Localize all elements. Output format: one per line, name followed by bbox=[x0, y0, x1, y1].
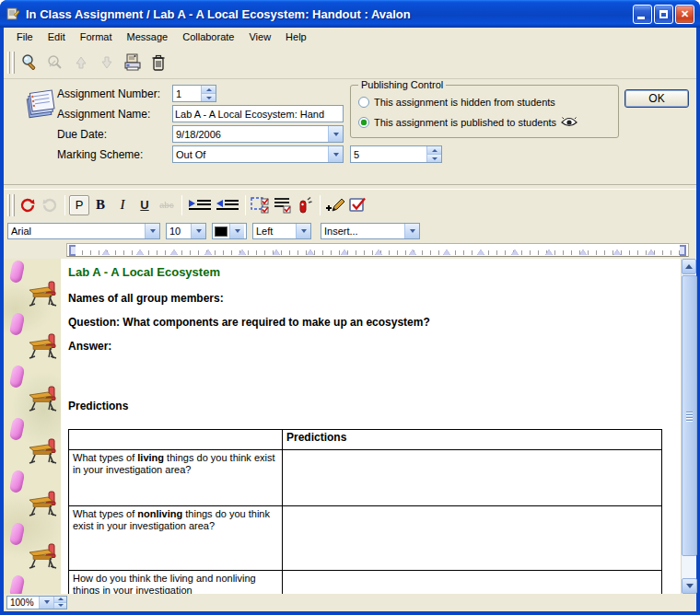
marking-out-of-spinner[interactable]: 5 bbox=[350, 145, 442, 163]
due-date-dropdown[interactable]: 9/18/2006 bbox=[172, 125, 344, 143]
ruler-tab-stop[interactable] bbox=[170, 249, 178, 255]
ruler-tab-stop[interactable] bbox=[307, 249, 314, 255]
question-cell[interactable]: What types of living things do you think… bbox=[69, 450, 283, 506]
menu-item-collaborate[interactable]: Collaborate bbox=[175, 29, 241, 44]
ruler-tab-stop[interactable] bbox=[102, 249, 110, 255]
scroll-down-button[interactable] bbox=[682, 578, 697, 594]
search-edit-button[interactable] bbox=[42, 50, 68, 75]
undo-button[interactable] bbox=[17, 194, 39, 216]
menu-item-edit[interactable]: Edit bbox=[41, 29, 73, 44]
font-size-dropdown[interactable]: 10 bbox=[166, 223, 206, 239]
insert-answer-box-button[interactable] bbox=[250, 194, 272, 216]
table-header-cell[interactable] bbox=[69, 430, 283, 450]
decrease-indent-button[interactable] bbox=[214, 194, 241, 216]
zoom-dropdown-arrow[interactable] bbox=[39, 597, 53, 609]
navigate-previous-button[interactable] bbox=[68, 50, 94, 75]
zoom-preview-button[interactable] bbox=[17, 50, 42, 75]
left-margin-marker[interactable] bbox=[69, 245, 76, 256]
vertical-scrollbar[interactable] bbox=[681, 259, 696, 594]
ruler-tab-stop[interactable] bbox=[511, 249, 519, 255]
ruler-tab-stop[interactable] bbox=[204, 249, 212, 255]
answer-cell[interactable] bbox=[283, 506, 662, 571]
minimize-button[interactable] bbox=[633, 5, 652, 24]
bold-button[interactable]: B bbox=[89, 194, 111, 216]
menu-item-view[interactable]: View bbox=[241, 29, 278, 44]
ruler-tab-stop[interactable] bbox=[409, 249, 416, 255]
ruler-tab-stop[interactable] bbox=[341, 249, 348, 255]
menu-item-format[interactable]: Format bbox=[73, 29, 120, 44]
assignment-number-spin-buttons[interactable] bbox=[201, 86, 216, 101]
marking-out-of-spin-buttons[interactable] bbox=[426, 146, 441, 162]
due-date-dropdown-arrow[interactable] bbox=[328, 126, 343, 142]
question-cell[interactable]: How do you think the living and nonlivin… bbox=[69, 571, 283, 595]
delete-button[interactable] bbox=[146, 50, 171, 75]
zoom-spin-buttons[interactable] bbox=[53, 597, 66, 609]
print-button[interactable] bbox=[120, 50, 146, 75]
alignment-arrow[interactable] bbox=[296, 224, 310, 238]
font-size-arrow[interactable] bbox=[191, 224, 205, 238]
font-color-dropdown[interactable] bbox=[212, 223, 247, 239]
marking-scheme-dropdown[interactable]: Out Of bbox=[172, 145, 344, 163]
marking-scheme-dropdown-arrow[interactable] bbox=[328, 146, 343, 162]
underline-button[interactable]: U bbox=[134, 194, 156, 216]
answer-cell[interactable] bbox=[283, 571, 662, 595]
doc-line-answer[interactable]: Answer: bbox=[68, 340, 111, 353]
zoom-level-control[interactable]: 100% bbox=[6, 596, 67, 609]
menu-item-file[interactable]: File bbox=[9, 29, 41, 44]
ruler[interactable] bbox=[66, 243, 689, 257]
italic-button[interactable]: I bbox=[111, 194, 134, 216]
ruler-tab-stop[interactable] bbox=[613, 249, 621, 255]
ruler-tab-stop[interactable] bbox=[477, 249, 484, 255]
maximize-button[interactable] bbox=[654, 5, 673, 24]
answer-cell[interactable] bbox=[283, 450, 662, 506]
alignment-dropdown[interactable]: Left bbox=[252, 223, 311, 239]
doc-line-names[interactable]: Names of all group members: bbox=[68, 292, 224, 305]
spell-check-button[interactable] bbox=[346, 194, 368, 216]
insert-dropdown[interactable]: Insert... bbox=[321, 223, 420, 239]
font-color-arrow[interactable] bbox=[229, 224, 244, 238]
insert-marker-button[interactable] bbox=[294, 194, 316, 216]
assignment-number-spinner[interactable]: 1 bbox=[172, 85, 216, 102]
strikethrough-button[interactable]: abc bbox=[156, 194, 178, 216]
ruler-tab-stop[interactable] bbox=[545, 249, 553, 255]
add-annotation-button[interactable] bbox=[324, 194, 346, 216]
publishing-option-0[interactable]: This assignment is hidden from students bbox=[358, 97, 555, 108]
insert-arrow[interactable] bbox=[404, 224, 419, 238]
menu-item-help[interactable]: Help bbox=[278, 29, 314, 44]
font-family-arrow[interactable] bbox=[145, 224, 159, 238]
toolbar-grip[interactable] bbox=[12, 194, 15, 216]
doc-heading[interactable]: Lab A - A Local Ecosystem bbox=[68, 265, 220, 279]
ruler-tab-stop[interactable] bbox=[273, 249, 280, 255]
close-button[interactable]: ✕ bbox=[675, 5, 694, 24]
toolbar-grip[interactable] bbox=[12, 52, 15, 74]
increase-indent-button[interactable] bbox=[186, 194, 214, 216]
publishing-option-1[interactable]: This assignment is published to students bbox=[358, 117, 578, 128]
font-family-dropdown[interactable]: Arial bbox=[7, 223, 160, 239]
ruler-tab-stop[interactable] bbox=[375, 249, 382, 255]
right-margin-marker[interactable] bbox=[680, 245, 686, 256]
document-editor-surface[interactable]: Lab A - A Local Ecosystem Names of all g… bbox=[61, 259, 681, 594]
doc-predictions-heading[interactable]: Predictions bbox=[68, 400, 128, 412]
table-header-cell[interactable]: Predictions bbox=[283, 430, 662, 450]
title-bar[interactable]: In Class Assignment / Lab A - A Local Ec… bbox=[0, 0, 700, 28]
ruler-tab-stop[interactable] bbox=[443, 249, 450, 255]
scroll-up-button[interactable] bbox=[682, 259, 696, 274]
insert-checklist-button[interactable] bbox=[272, 194, 294, 216]
toolbar-grip[interactable] bbox=[7, 52, 10, 74]
ruler-tab-stop[interactable] bbox=[579, 249, 587, 255]
ruler-tab-stop[interactable] bbox=[239, 249, 246, 255]
radio-button[interactable] bbox=[358, 117, 369, 128]
menu-item-message[interactable]: Message bbox=[120, 29, 176, 44]
scrollbar-thumb[interactable] bbox=[682, 275, 697, 556]
question-cell[interactable]: What types of nonliving things do you th… bbox=[69, 506, 283, 571]
doc-line-question[interactable]: Question: What components are required t… bbox=[68, 316, 430, 329]
ruler-tab-stop[interactable] bbox=[136, 249, 144, 255]
toolbar-grip[interactable] bbox=[7, 194, 10, 216]
navigate-next-button[interactable] bbox=[94, 50, 120, 75]
redo-button[interactable] bbox=[39, 194, 61, 216]
paragraph-style-button[interactable]: P bbox=[69, 195, 89, 215]
ruler-tab-stop[interactable] bbox=[648, 249, 655, 255]
assignment-name-input[interactable] bbox=[173, 109, 343, 120]
radio-button[interactable] bbox=[358, 97, 369, 108]
ok-button[interactable]: OK bbox=[624, 89, 689, 108]
